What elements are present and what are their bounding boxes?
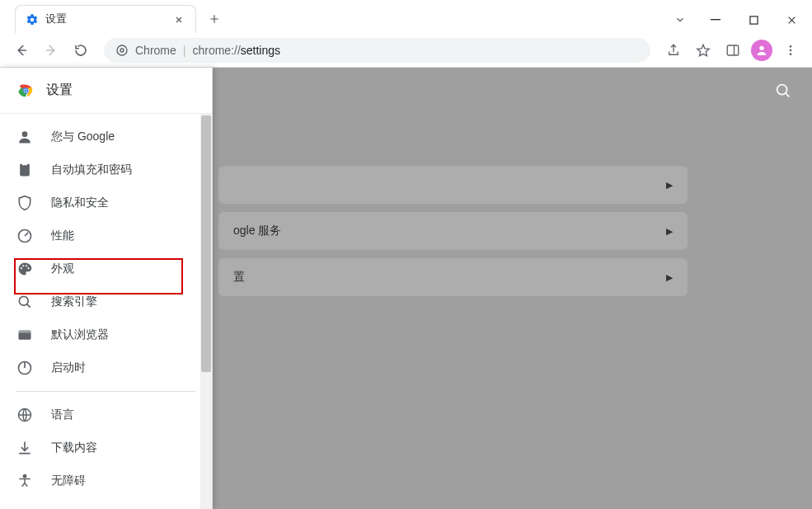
chevron-down-icon[interactable] [664,7,697,33]
sidebar-item-label: 下载内容 [51,441,97,455]
tab-title: 设置 [45,12,166,26]
svg-point-6 [759,45,763,49]
sidebar-item-accessibility[interactable]: 无障碍 [0,464,189,497]
share-button[interactable] [660,37,687,64]
sidebar-item-label: 默认浏览器 [51,328,109,342]
browser-tab[interactable]: 设置 [15,5,196,33]
tab-strip: 设置 [0,5,664,33]
sidebar-item-label: 外观 [51,262,74,276]
chevron-right-icon: ▶ [666,180,673,191]
accessibility-icon [16,473,33,489]
sidebar-item-default-browser[interactable]: 默认浏览器 [0,318,189,351]
settings-card[interactable]: ogle 服务 ▶ [218,211,688,251]
settings-card[interactable]: ▶ [218,165,688,205]
address-bar[interactable]: Chrome | chrome://settings [104,38,650,63]
sidebar-item-appearance[interactable]: 外观 [0,252,189,285]
sidebar-item-label: 隐私和安全 [51,196,109,210]
url-text: chrome://settings [192,43,280,58]
drawer-header: 设置 [0,68,212,114]
drawer-title: 设置 [46,82,73,99]
back-button[interactable] [8,37,35,64]
minimize-button[interactable] [697,7,735,33]
sidebar-item-autofill[interactable]: 自动填充和密码 [0,153,189,186]
sidebar-item-label: 语言 [51,408,74,422]
window-controls [664,7,810,33]
toolbar: Chrome | chrome://settings [0,33,812,68]
svg-point-7 [790,45,792,48]
chevron-right-icon: ▶ [666,226,673,237]
settings-drawer: 设置 您与 Google 自动填充和密码 隐私和安全 性能 外观 搜索引擎 [0,68,213,509]
svg-point-24 [19,296,28,305]
settings-card[interactable]: 置 ▶ [218,257,688,297]
svg-line-11 [786,93,789,97]
side-panel-button[interactable] [720,37,746,64]
svg-point-8 [790,49,792,51]
svg-point-31 [23,475,26,478]
close-icon[interactable] [172,13,185,26]
svg-line-25 [27,304,31,308]
shield-icon [16,195,33,211]
sidebar-item-label: 您与 Google [51,130,115,144]
palette-icon [16,261,33,277]
divider [16,391,195,392]
svg-point-10 [777,85,787,95]
svg-point-21 [22,265,24,266]
search-icon [16,294,33,310]
person-icon [16,129,33,145]
svg-point-15 [24,89,27,92]
forward-button[interactable] [38,37,64,64]
chrome-settings-icon [115,44,129,57]
gear-icon [26,13,39,26]
svg-rect-4 [727,45,739,55]
svg-rect-0 [711,19,720,20]
download-icon [16,440,33,456]
search-icon[interactable] [774,82,792,100]
card-label: ogle 服务 [233,224,281,238]
new-tab-button[interactable] [203,7,226,31]
sidebar-item-downloads[interactable]: 下载内容 [0,431,189,464]
browser-icon [16,327,33,343]
chrome-logo-icon [16,82,35,100]
profile-avatar[interactable] [751,40,772,61]
svg-point-23 [28,267,30,269]
svg-point-22 [26,265,27,266]
url-divider: | [183,44,186,57]
svg-point-20 [21,267,22,269]
sidebar-item-label: 搜索引擎 [51,295,97,309]
scrollbar[interactable] [200,114,212,509]
sidebar-item-label: 自动填充和密码 [51,163,132,177]
chevron-right-icon: ▶ [666,272,673,283]
sidebar-item-label: 启动时 [51,361,86,375]
clipboard-icon [16,162,33,178]
power-icon [16,360,33,376]
settings-cards: ▶ ogle 服务 ▶ 置 ▶ [218,165,688,304]
scrollbar-thumb[interactable] [201,115,211,372]
drawer-nav-list[interactable]: 您与 Google 自动填充和密码 隐私和安全 性能 外观 搜索引擎 默认浏览器 [0,114,212,509]
svg-rect-1 [749,16,757,23]
svg-rect-17 [20,164,30,177]
sidebar-item-search-engine[interactable]: 搜索引擎 [0,285,189,318]
card-label: 置 [233,270,245,285]
sidebar-item-performance[interactable]: 性能 [0,219,189,252]
sidebar-item-languages[interactable]: 语言 [0,398,189,431]
titlebar: 设置 [0,0,812,33]
svg-point-3 [120,49,124,52]
sidebar-item-label: 无障碍 [51,474,86,488]
close-window-button[interactable] [772,7,810,33]
menu-button[interactable] [777,37,804,64]
svg-rect-27 [19,330,31,332]
sidebar-item-label: 性能 [51,229,74,243]
sidebar-item-privacy-security[interactable]: 隐私和安全 [0,186,189,219]
svg-point-2 [117,45,127,55]
bookmark-button[interactable] [690,37,716,64]
sidebar-item-on-startup[interactable]: 启动时 [0,351,189,384]
svg-point-16 [22,131,28,137]
gauge-icon [16,228,33,244]
maximize-button[interactable] [735,7,772,33]
sidebar-item-you-and-google[interactable]: 您与 Google [0,120,189,153]
globe-icon [16,407,33,423]
site-label: Chrome [135,44,176,57]
svg-point-9 [790,53,792,55]
reload-button[interactable] [68,37,94,64]
svg-rect-18 [22,163,28,165]
